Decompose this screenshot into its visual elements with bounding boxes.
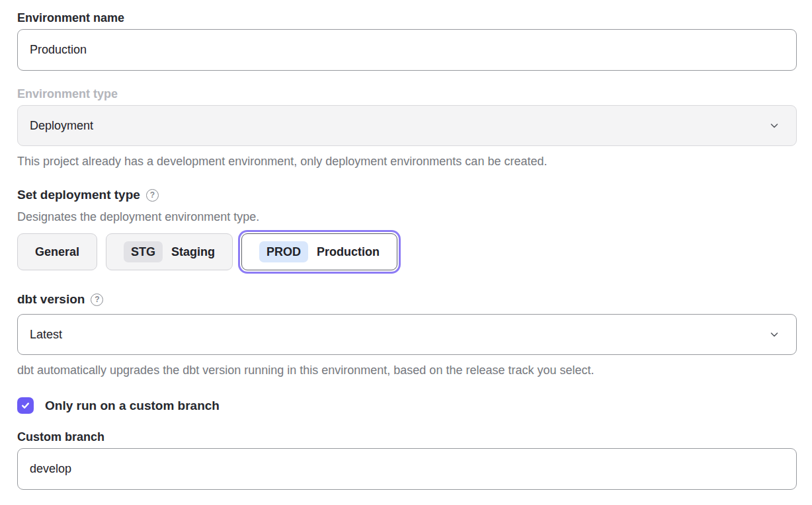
custom-branch-label: Custom branch [17, 430, 797, 444]
deployment-type-staging-button[interactable]: STG Staging [106, 233, 233, 270]
environment-name-input[interactable] [17, 29, 797, 71]
deployment-type-general-label: General [35, 245, 79, 259]
chevron-down-icon [768, 120, 780, 132]
environment-type-value: Deployment [30, 119, 93, 133]
production-badge: PROD [259, 241, 308, 262]
custom-branch-toggle-row: Only run on a custom branch [17, 397, 797, 414]
dbt-version-select[interactable]: Latest [17, 314, 797, 355]
help-icon-glyph: ? [150, 191, 155, 199]
dbt-version-value: Latest [30, 328, 62, 342]
deployment-type-general-button[interactable]: General [17, 233, 97, 270]
help-icon-glyph: ? [95, 295, 99, 303]
custom-branch-toggle-label: Only run on a custom branch [45, 399, 220, 413]
deployment-type-options: General STG Staging PROD Production [17, 233, 797, 270]
environment-type-select: Deployment [17, 105, 797, 146]
dbt-version-heading: dbt version ? [17, 291, 103, 307]
dbt-version-heading-text: dbt version [17, 291, 85, 307]
environment-type-label: Environment type [17, 87, 797, 101]
deployment-type-staging-label: Staging [171, 245, 215, 259]
chevron-down-icon [768, 329, 780, 340]
help-icon[interactable]: ? [146, 189, 159, 202]
custom-branch-checkbox[interactable] [17, 397, 34, 414]
dbt-version-helper: dbt automatically upgrades the dbt versi… [17, 363, 797, 377]
staging-badge: STG [124, 241, 163, 262]
deployment-type-description: Designates the deployment environment ty… [17, 210, 797, 224]
deployment-type-heading-text: Set deployment type [17, 187, 140, 203]
deployment-type-production-button[interactable]: PROD Production [241, 233, 397, 270]
environment-type-helper: This project already has a development e… [17, 154, 797, 169]
custom-branch-input[interactable] [17, 448, 797, 490]
environment-name-label: Environment name [17, 11, 797, 25]
check-icon [20, 401, 30, 410]
deployment-type-production-label: Production [317, 245, 380, 259]
deployment-type-heading: Set deployment type ? [17, 187, 159, 203]
help-icon[interactable]: ? [91, 293, 103, 306]
environment-settings-form: Environment name Environment type Deploy… [0, 0, 812, 505]
